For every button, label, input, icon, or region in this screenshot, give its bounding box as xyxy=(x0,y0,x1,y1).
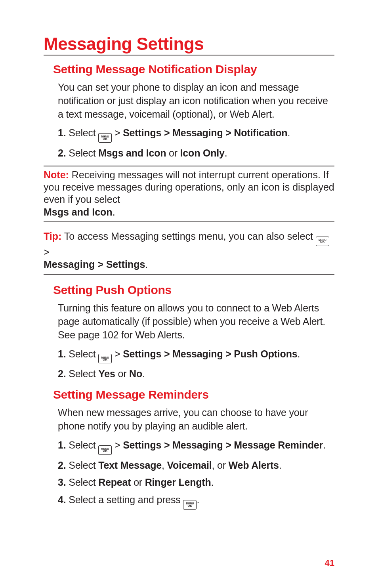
option: Text Message xyxy=(98,460,162,471)
tip-text: To access Messaging settings menu, you c… xyxy=(61,231,316,242)
note-bold: Msgs and Icon xyxy=(44,206,113,218)
step-text: Select xyxy=(66,348,98,359)
step-1: 1. Select MENUOK > Settings > Messaging … xyxy=(58,439,334,455)
step-number: 1. xyxy=(58,127,66,138)
step-2: 2. Select Text Message, Voicemail, or We… xyxy=(58,459,334,472)
step-text: . xyxy=(323,439,326,451)
step-text: Select xyxy=(66,439,98,451)
menu-path: Settings > Messaging > Message Reminder xyxy=(123,439,323,451)
tip-callout: Tip: To access Messaging settings menu, … xyxy=(44,228,334,275)
step-number: 2. xyxy=(58,368,66,379)
step-2: 2. Select Yes or No. xyxy=(58,367,334,381)
tip-label: Tip: xyxy=(44,231,61,242)
note-text: . xyxy=(113,206,115,218)
step-number: 4. xyxy=(58,494,66,505)
option: No xyxy=(129,368,142,379)
tip-text: . xyxy=(145,259,148,270)
tip-bold: Messaging > Settings xyxy=(44,259,145,270)
option: Icon Only xyxy=(180,147,225,158)
step-text: . xyxy=(197,494,199,505)
menu-ok-key-icon: MENUOK xyxy=(98,354,112,363)
step-number: 2. xyxy=(58,460,66,471)
menu-ok-key-icon: MENUOK xyxy=(98,445,112,455)
step-1: 1. Select MENUOK > Settings > Messaging … xyxy=(58,126,334,143)
option: Yes xyxy=(98,368,115,379)
section-heading-push: Setting Push Options xyxy=(53,283,334,297)
option: Ringer Length xyxy=(145,477,211,488)
page-title: Messaging Settings xyxy=(44,34,334,55)
step-text: or xyxy=(166,147,180,158)
step-text: Select xyxy=(66,147,98,158)
option: Repeat xyxy=(98,477,131,488)
step-number: 1. xyxy=(58,348,66,359)
step-1: 1. Select MENUOK > Settings > Messaging … xyxy=(58,347,334,364)
option: Web Alerts xyxy=(229,460,279,471)
step-text: or xyxy=(131,477,145,488)
step-text: or xyxy=(115,368,129,379)
menu-path: Settings > Messaging > Push Options xyxy=(123,348,297,359)
option: Voicemail xyxy=(167,460,212,471)
step-text: Select xyxy=(66,127,98,138)
section-intro: Turning this feature on allows you to co… xyxy=(58,302,334,342)
note-callout: Note: Receiving messages will not interr… xyxy=(44,166,334,222)
step-number: 3. xyxy=(58,477,66,488)
step-text: . xyxy=(211,477,214,488)
note-label: Note: xyxy=(44,169,69,180)
step-text: . xyxy=(225,147,227,158)
section-heading-notification: Setting Message Notification Display xyxy=(53,63,334,76)
menu-ok-key-icon: MENUOK xyxy=(316,237,329,246)
step-text: Select xyxy=(66,460,98,471)
step-text: . xyxy=(287,127,290,138)
step-text: . xyxy=(142,368,145,379)
step-text: > xyxy=(112,348,123,359)
step-text: . xyxy=(279,460,282,471)
step-4: 4. Select a setting and press MENUOK. xyxy=(58,493,334,510)
menu-ok-key-icon: MENUOK xyxy=(183,500,197,510)
step-text: > xyxy=(112,127,123,138)
step-text: . xyxy=(297,348,300,359)
step-2: 2. Select Msgs and Icon or Icon Only. xyxy=(58,147,334,160)
step-text: Select xyxy=(66,368,98,379)
option: Msgs and Icon xyxy=(98,147,166,158)
section-heading-reminders: Setting Message Reminders xyxy=(53,388,334,401)
step-text: Select xyxy=(66,477,98,488)
menu-path: Settings > Messaging > Notification xyxy=(123,127,287,138)
step-text: , or xyxy=(212,460,229,471)
step-3: 3. Select Repeat or Ringer Length. xyxy=(58,476,334,489)
page: Messaging Settings Setting Message Notif… xyxy=(0,0,378,588)
tip-text: > xyxy=(44,246,50,258)
step-text: > xyxy=(112,439,123,451)
page-number: 41 xyxy=(325,558,334,568)
note-text: Receiving messages will not interrupt cu… xyxy=(44,169,334,205)
step-text: , xyxy=(162,460,167,471)
step-number: 1. xyxy=(58,439,66,451)
section-intro: When new messages arrive, you can choose… xyxy=(58,406,334,433)
menu-ok-key-icon: MENUOK xyxy=(98,133,112,143)
step-number: 2. xyxy=(58,147,66,158)
section-intro: You can set your phone to display an ico… xyxy=(58,81,334,121)
step-text: Select a setting and press xyxy=(66,494,183,505)
